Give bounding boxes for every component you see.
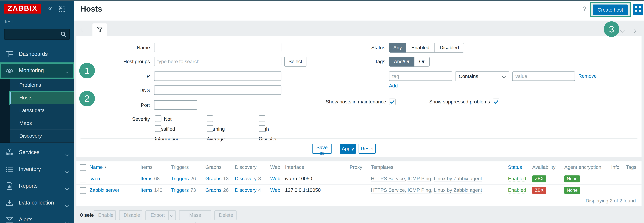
maintenance-checkbox[interactable]	[389, 98, 396, 105]
collapse-filter-chevron[interactable]	[81, 26, 84, 33]
template-separator: ,	[405, 187, 408, 193]
export-button[interactable]: Export	[146, 210, 176, 220]
tag-operator-select[interactable]: Contains	[455, 72, 509, 82]
host-status-link[interactable]: Enabled	[508, 173, 526, 184]
search-icon[interactable]	[60, 31, 66, 39]
web-link[interactable]: Web	[270, 173, 280, 184]
delete-button[interactable]: Delete	[214, 210, 236, 220]
encryption-cell: None	[564, 184, 580, 196]
row-checkbox[interactable]	[80, 176, 86, 182]
triggers-link[interactable]: Triggers	[171, 176, 189, 182]
export-dropdown-icon[interactable]	[168, 211, 175, 220]
disable-button[interactable]: Disable	[119, 210, 142, 220]
template-link[interactable]: HTTPS Service	[371, 176, 405, 182]
apply-button[interactable]: Apply	[340, 144, 356, 154]
port-input[interactable]	[154, 100, 197, 110]
sidebar-item-monitoring[interactable]: Monitoring	[0, 62, 74, 79]
template-link[interactable]: ICMP Ping	[408, 176, 431, 182]
tags-andor-segment[interactable]: And/Or	[389, 57, 414, 66]
column-header-status[interactable]: Status	[508, 162, 522, 173]
next-page-icon[interactable]	[632, 27, 636, 34]
host-status-link[interactable]: Enabled	[508, 184, 526, 196]
status-enabled-link[interactable]: Enabled	[508, 187, 526, 194]
suppressed-checkbox[interactable]	[493, 98, 500, 105]
checkbox-unchecked[interactable]	[259, 116, 265, 122]
row-checkbox[interactable]	[80, 187, 86, 194]
zabbix-logo[interactable]: ZABBIX	[4, 4, 41, 14]
create-host-button[interactable]: Create host	[593, 4, 628, 15]
column-header-graphs: Graphs	[206, 162, 222, 173]
web-link[interactable]: Web	[270, 184, 280, 196]
enable-button[interactable]: Enable	[94, 210, 116, 220]
ip-label: IP	[93, 72, 150, 82]
severity-option[interactable]: Warning	[206, 114, 225, 124]
discovery-link[interactable]: Discovery	[235, 187, 256, 193]
triggers-link[interactable]: Triggers	[171, 187, 189, 193]
sidebar-item-services[interactable]: Services	[0, 144, 74, 160]
reset-button[interactable]: Reset	[358, 144, 376, 154]
filter-collapse-icon[interactable]	[620, 26, 624, 34]
severity-option[interactable]: High	[259, 114, 269, 124]
sidebar-item-dashboards[interactable]: Dashboards	[0, 46, 74, 62]
chevron-down-icon	[66, 168, 68, 174]
sidebar-search-input[interactable]	[7, 30, 60, 39]
kiosk-mode-button[interactable]	[633, 4, 643, 15]
host-name-link[interactable]: iva.ru	[90, 173, 102, 184]
status-any-segment[interactable]: Any	[389, 43, 406, 53]
sidebar-search[interactable]	[4, 29, 70, 40]
help-icon[interactable]: ?	[582, 5, 586, 13]
tag-remove-link[interactable]: Remove	[578, 73, 597, 79]
availability-badge[interactable]: ZBX	[532, 176, 546, 182]
items-link[interactable]: Items	[140, 187, 152, 193]
tags-or-segment[interactable]: Or	[414, 57, 430, 66]
availability-badge[interactable]: ZBX	[532, 187, 546, 194]
discovery-cell: Discovery3	[235, 173, 261, 184]
checkbox-unchecked[interactable]	[259, 125, 265, 132]
discovery-link[interactable]: Discovery	[235, 176, 256, 182]
ip-input[interactable]	[154, 72, 281, 81]
sidebar-item-problems[interactable]: Problems	[10, 79, 74, 92]
template-link[interactable]: Linux by Zabbix agent	[434, 176, 482, 182]
host-groups-select-button[interactable]: Select	[284, 57, 306, 66]
template-link[interactable]: Linux by Zabbix agent	[434, 187, 482, 194]
checkbox-unchecked[interactable]	[155, 116, 161, 122]
host-groups-input[interactable]	[154, 57, 281, 66]
select-all-checkbox[interactable]	[80, 164, 86, 171]
items-link[interactable]: Items	[140, 176, 152, 182]
graphs-link[interactable]: Graphs	[206, 176, 222, 182]
sidebar-item-maps[interactable]: Maps	[10, 117, 74, 130]
tag-add-link[interactable]: Add	[389, 83, 398, 89]
sidebar-item-reports[interactable]: Reports	[0, 178, 74, 194]
status-enabled-link[interactable]: Enabled	[508, 176, 526, 182]
sidebar-collapse-icon[interactable]: «	[48, 5, 52, 12]
filter-tab[interactable]	[92, 24, 107, 36]
host-name-link[interactable]: Zabbix server	[90, 184, 120, 196]
name-input[interactable]	[154, 43, 281, 52]
sidebar-item-data-collection[interactable]: Data collection	[0, 195, 74, 211]
graphs-link[interactable]: Graphs	[206, 187, 222, 193]
sidebar-item-alerts[interactable]: Alerts	[0, 212, 74, 223]
column-header-name[interactable]: Name▲	[90, 162, 107, 173]
checkbox-unchecked[interactable]	[206, 116, 213, 122]
status-disabled-segment[interactable]: Disabled	[434, 43, 464, 53]
severity-option[interactable]: Not classified	[155, 114, 175, 124]
severity-option[interactable]: Average	[206, 124, 225, 134]
sidebar-item-hosts[interactable]: Hosts	[10, 92, 74, 104]
checkbox-unchecked[interactable]	[155, 125, 161, 132]
sidebar-item-inventory[interactable]: Inventory	[0, 161, 74, 178]
sidebar-item-discovery[interactable]: Discovery	[10, 130, 74, 142]
sidebar-kiosk-icon[interactable]	[59, 5, 66, 14]
tag-value-input[interactable]	[512, 72, 575, 81]
tag-name-input[interactable]	[389, 72, 452, 81]
template-link[interactable]: HTTPS Service	[371, 187, 405, 194]
dns-input[interactable]	[154, 86, 281, 95]
severity-option[interactable]: Information	[155, 124, 180, 134]
checkbox-unchecked[interactable]	[206, 125, 213, 132]
graphs-cell: Graphs26	[206, 184, 229, 196]
save-as-button[interactable]: Save as	[312, 144, 332, 154]
sidebar-item-latest-data[interactable]: Latest data	[10, 104, 74, 117]
template-link[interactable]: ICMP Ping	[408, 187, 431, 194]
status-enabled-segment[interactable]: Enabled	[406, 43, 435, 53]
mass-update-button[interactable]: Mass update	[179, 210, 211, 220]
severity-option[interactable]: Disaster	[259, 124, 277, 134]
